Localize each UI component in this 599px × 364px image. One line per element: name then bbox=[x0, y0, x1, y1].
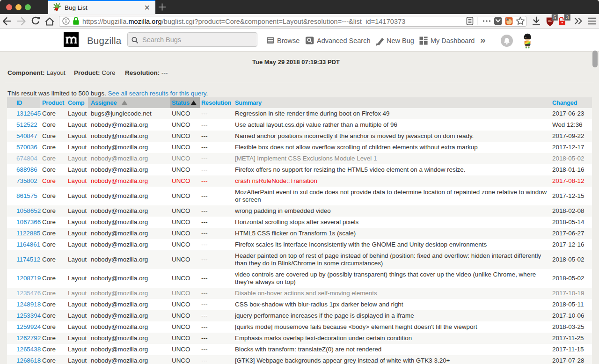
svg-text:3: 3 bbox=[566, 15, 569, 20]
svg-text:5: 5 bbox=[554, 15, 556, 20]
